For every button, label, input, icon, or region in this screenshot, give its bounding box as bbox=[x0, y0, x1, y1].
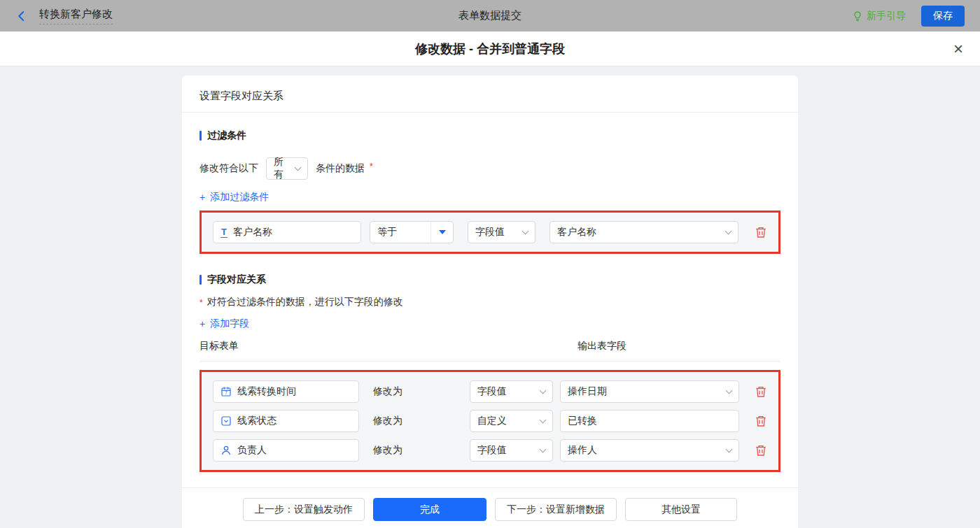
output-field-select[interactable]: 操作人 bbox=[560, 439, 739, 462]
sentence-prefix: 修改符合以下 bbox=[200, 162, 258, 175]
page-title: 表单数据提交 bbox=[0, 9, 980, 22]
lightbulb-icon bbox=[852, 10, 863, 22]
custom-value-input[interactable]: 已转换 bbox=[560, 410, 739, 432]
condition-row: T 客户名称 等于 字段值 bbox=[213, 221, 767, 243]
guide-button[interactable]: 新手引导 bbox=[852, 10, 906, 22]
output-field-value: 操作人 bbox=[568, 444, 597, 457]
modify-label: 修改为 bbox=[373, 444, 407, 457]
filter-match-sentence: 修改符合以下 所有 条件的数据 * bbox=[200, 157, 780, 180]
value-type-select[interactable]: 字段值 bbox=[470, 380, 553, 403]
calendar-icon: 7 bbox=[220, 386, 232, 397]
modify-label: 修改为 bbox=[373, 385, 407, 398]
mapping-highlight-box: 7 线索转换时间 修改为 字段值 操作日期 bbox=[200, 370, 780, 472]
chevron-down-icon bbox=[540, 416, 547, 423]
target-field-input[interactable]: 负责人 bbox=[213, 439, 359, 462]
mapping-description-text: 对符合过滤条件的数据，进行以下字段的修改 bbox=[207, 296, 403, 308]
value-type: 字段值 bbox=[477, 444, 507, 457]
match-mode-select[interactable]: 所有 bbox=[266, 157, 308, 180]
section-bar bbox=[200, 131, 202, 141]
plus-icon: + bbox=[200, 192, 205, 203]
sentence-suffix: 条件的数据 bbox=[316, 162, 365, 175]
card-title: 设置字段对应关系 bbox=[182, 76, 798, 113]
mapping-row: 负责人 修改为 字段值 操作人 bbox=[213, 439, 767, 462]
filter-section-title-text: 过滤条件 bbox=[207, 129, 246, 142]
column-header-target: 目标表单 bbox=[200, 340, 578, 352]
target-field-value: 线索状态 bbox=[237, 415, 276, 427]
match-mode-value: 所有 bbox=[274, 156, 290, 181]
svg-text:7: 7 bbox=[225, 390, 227, 395]
value-type-select[interactable]: 字段值 bbox=[470, 439, 553, 462]
chevron-down-icon bbox=[295, 164, 302, 171]
modal-body: 设置字段对应关系 过滤条件 修改符合以下 所有 条件的数据 * + 添加过滤条件 bbox=[0, 66, 980, 528]
filter-section-title: 过滤条件 bbox=[200, 129, 780, 142]
modal-header: 修改数据 - 合并到普通字段 × bbox=[0, 31, 980, 66]
column-headers: 目标表单 输出表字段 bbox=[200, 340, 780, 362]
text-icon: T bbox=[220, 227, 227, 238]
back-button[interactable] bbox=[15, 10, 28, 22]
chevron-down-icon bbox=[726, 387, 733, 394]
condition-value-type: 字段值 bbox=[475, 226, 505, 238]
condition-value: 客户名称 bbox=[557, 226, 596, 238]
mapping-description: * 对符合过滤条件的数据，进行以下字段的修改 bbox=[200, 296, 780, 308]
mapping-section-title-text: 字段对应关系 bbox=[207, 273, 266, 286]
condition-value-type-select[interactable]: 字段值 bbox=[468, 221, 536, 243]
add-filter-label: 添加过滤条件 bbox=[210, 191, 269, 204]
trash-icon bbox=[755, 444, 767, 457]
caret-down-icon bbox=[439, 230, 446, 234]
condition-field-value: 客户名称 bbox=[233, 226, 272, 238]
target-field-input[interactable]: 7 线索转换时间 bbox=[213, 380, 359, 403]
add-field-label: 添加字段 bbox=[210, 317, 249, 330]
value-type: 自定义 bbox=[477, 415, 507, 427]
chevron-down-icon bbox=[725, 227, 732, 234]
chevron-down-icon bbox=[522, 227, 529, 234]
condition-value-select[interactable]: 客户名称 bbox=[550, 221, 738, 243]
plus-icon: + bbox=[200, 318, 205, 329]
trash-icon bbox=[755, 415, 767, 427]
required-asterisk: * bbox=[200, 298, 203, 308]
chevron-down-icon bbox=[540, 387, 547, 394]
prev-step-button[interactable]: 上一步：设置触发动作 bbox=[243, 498, 365, 521]
person-icon bbox=[220, 445, 232, 456]
output-field-select[interactable]: 操作日期 bbox=[560, 380, 739, 403]
custom-value: 已转换 bbox=[568, 415, 597, 427]
value-type: 字段值 bbox=[477, 385, 507, 398]
column-header-output: 输出表字段 bbox=[578, 340, 626, 352]
modify-label: 修改为 bbox=[373, 415, 407, 427]
operator-value: 等于 bbox=[377, 226, 397, 238]
section-bar bbox=[200, 275, 202, 285]
delete-row-button[interactable] bbox=[755, 415, 767, 427]
mapping-row: 7 线索转换时间 修改为 字段值 操作日期 bbox=[213, 380, 767, 403]
chevron-down-icon bbox=[540, 445, 547, 452]
target-field-value: 线索转换时间 bbox=[237, 385, 296, 398]
trash-icon bbox=[755, 385, 767, 398]
flow-name[interactable]: 转换新客户修改 bbox=[39, 8, 113, 24]
delete-condition-button[interactable] bbox=[755, 226, 767, 238]
target-field-value: 负责人 bbox=[237, 444, 267, 457]
other-settings-button[interactable]: 其他设置 bbox=[625, 498, 737, 521]
required-asterisk: * bbox=[370, 162, 373, 171]
add-filter-link[interactable]: + 添加过滤条件 bbox=[200, 191, 269, 204]
save-button[interactable]: 保存 bbox=[921, 6, 965, 27]
operator-select[interactable]: 等于 bbox=[370, 221, 454, 243]
target-field-input[interactable]: 线索状态 bbox=[213, 410, 359, 432]
delete-row-button[interactable] bbox=[755, 385, 767, 398]
modal-footer: 上一步：设置触发动作 完成 下一步：设置新增数据 其他设置 bbox=[182, 487, 798, 528]
topbar: 转换新客户修改 表单数据提交 新手引导 保存 bbox=[0, 0, 980, 31]
finish-button[interactable]: 完成 bbox=[373, 498, 486, 521]
filter-highlight-box: T 客户名称 等于 字段值 bbox=[200, 211, 780, 254]
delete-row-button[interactable] bbox=[755, 444, 767, 457]
value-type-select[interactable]: 自定义 bbox=[470, 410, 553, 432]
back-icon bbox=[15, 10, 28, 22]
add-field-link[interactable]: + 添加字段 bbox=[200, 317, 249, 330]
chevron-down-icon bbox=[726, 445, 733, 452]
mapping-section-title: 字段对应关系 bbox=[200, 273, 780, 286]
close-icon[interactable]: × bbox=[953, 41, 963, 57]
modal-title: 修改数据 - 合并到普通字段 bbox=[415, 41, 565, 57]
select-field-icon bbox=[220, 415, 232, 427]
settings-card: 设置字段对应关系 过滤条件 修改符合以下 所有 条件的数据 * + 添加过滤条件 bbox=[182, 76, 798, 528]
condition-field-input[interactable]: T 客户名称 bbox=[213, 221, 361, 243]
trash-icon bbox=[755, 226, 767, 238]
next-step-button[interactable]: 下一步：设置新增数据 bbox=[495, 498, 617, 521]
output-field-value: 操作日期 bbox=[568, 385, 607, 398]
guide-label: 新手引导 bbox=[867, 10, 906, 22]
